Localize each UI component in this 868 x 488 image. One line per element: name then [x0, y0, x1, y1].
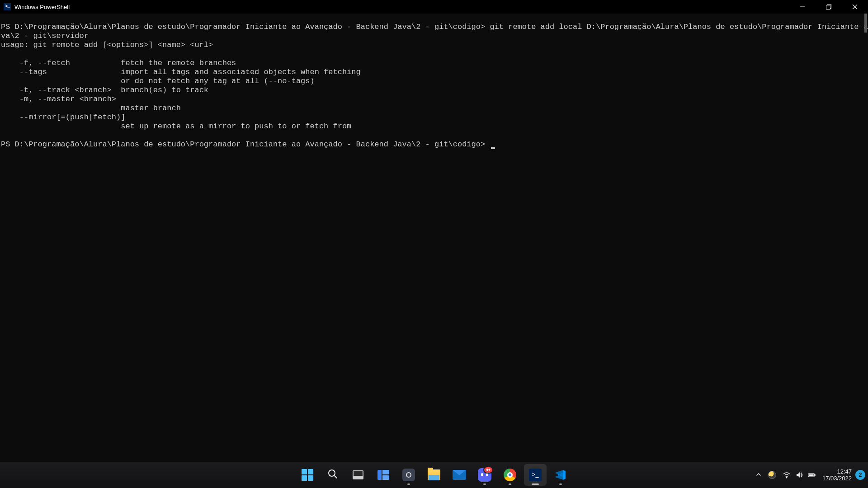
- volume-icon: [795, 471, 803, 479]
- output-line: -f, --fetch fetch the remote branches: [1, 59, 236, 67]
- close-button[interactable]: [842, 0, 868, 14]
- mail-icon: [453, 470, 466, 480]
- widgets-button[interactable]: [372, 464, 395, 486]
- discord-notification-badge: 9+: [483, 466, 493, 474]
- window-controls: [789, 0, 868, 14]
- command-text: git remote add local D:\Programação\Alur…: [490, 23, 868, 31]
- taskbar[interactable]: 9+ >_: [0, 462, 868, 488]
- output-line: --tags import all tags and associated ob…: [1, 68, 361, 76]
- powershell-icon: >_: [529, 469, 542, 481]
- widgets-icon: [377, 470, 389, 480]
- titlebar[interactable]: Windows PowerShell: [0, 0, 868, 14]
- output-line: set up remote as a mirror to push to or …: [1, 122, 351, 131]
- taskbar-app-mail[interactable]: [448, 464, 471, 486]
- tray-overflow-button[interactable]: [751, 469, 766, 482]
- chrome-icon: [504, 469, 516, 481]
- output-line: or do not fetch any tag at all (--no-tag…: [1, 77, 315, 85]
- search-icon: [327, 469, 338, 481]
- taskbar-app-explorer[interactable]: [423, 464, 445, 486]
- notification-count: 2: [859, 472, 862, 478]
- file-explorer-icon: [428, 469, 440, 480]
- svg-rect-2: [826, 5, 830, 9]
- prompt-line: PS D:\Programação\Alura\Planos de estudo…: [1, 140, 490, 149]
- search-button[interactable]: [321, 464, 344, 486]
- tray-network-sound-battery[interactable]: [778, 468, 821, 482]
- task-view-button[interactable]: [347, 464, 369, 486]
- task-view-icon: [353, 470, 363, 479]
- svg-rect-9: [815, 474, 816, 476]
- output-line: -t, --track <branch> branch(es) to track: [1, 86, 208, 94]
- taskbar-app-camera[interactable]: [397, 464, 420, 486]
- clock-button[interactable]: 12:47 17/03/2022: [822, 468, 854, 482]
- cursor: [491, 147, 495, 149]
- svg-line-6: [334, 475, 337, 478]
- prompt-line: PS D:\Programação\Alura\Planos de estudo…: [1, 23, 490, 31]
- date-text: 17/03/2022: [822, 475, 852, 482]
- terminal-output[interactable]: PS D:\Programação\Alura\Planos de estudo…: [0, 14, 868, 462]
- wifi-icon: [783, 471, 791, 479]
- taskbar-app-powershell[interactable]: >_: [524, 464, 547, 486]
- tray-weather-icon[interactable]: [768, 471, 776, 479]
- scrollbar-thumb[interactable]: [864, 14, 867, 33]
- taskbar-app-vscode[interactable]: [549, 464, 572, 486]
- taskbar-app-discord[interactable]: 9+: [473, 464, 496, 486]
- vscode-icon: [555, 469, 566, 481]
- output-line: usage: git remote add [<options>] <name>…: [1, 41, 213, 49]
- time-text: 12:47: [822, 468, 852, 475]
- notification-center-button[interactable]: 2: [855, 470, 865, 480]
- window-title: Windows PowerShell: [14, 4, 70, 10]
- powershell-icon: [4, 3, 11, 10]
- discord-icon: 9+: [478, 468, 491, 482]
- taskbar-center: 9+ >_: [296, 462, 572, 488]
- powershell-window: Windows PowerShell PS D:\Programação\Alu…: [0, 0, 868, 462]
- minimize-button[interactable]: [789, 0, 816, 14]
- output-line: -m, --master <branch>: [1, 95, 116, 103]
- output-line: master branch: [1, 104, 181, 113]
- taskbar-app-chrome[interactable]: [499, 464, 521, 486]
- svg-point-7: [786, 477, 787, 478]
- battery-icon: [808, 471, 816, 479]
- camera-icon: [402, 469, 415, 481]
- svg-rect-10: [809, 474, 814, 476]
- chevron-up-icon: [755, 471, 762, 479]
- system-tray: 12:47 17/03/2022 2: [751, 462, 865, 488]
- output-line: --mirror[=(push|fetch)]: [1, 113, 125, 122]
- maximize-button[interactable]: [816, 0, 842, 14]
- windows-logo-icon: [302, 469, 313, 481]
- start-button[interactable]: [296, 464, 319, 486]
- output-line: va\2 - git\servidor: [1, 32, 89, 40]
